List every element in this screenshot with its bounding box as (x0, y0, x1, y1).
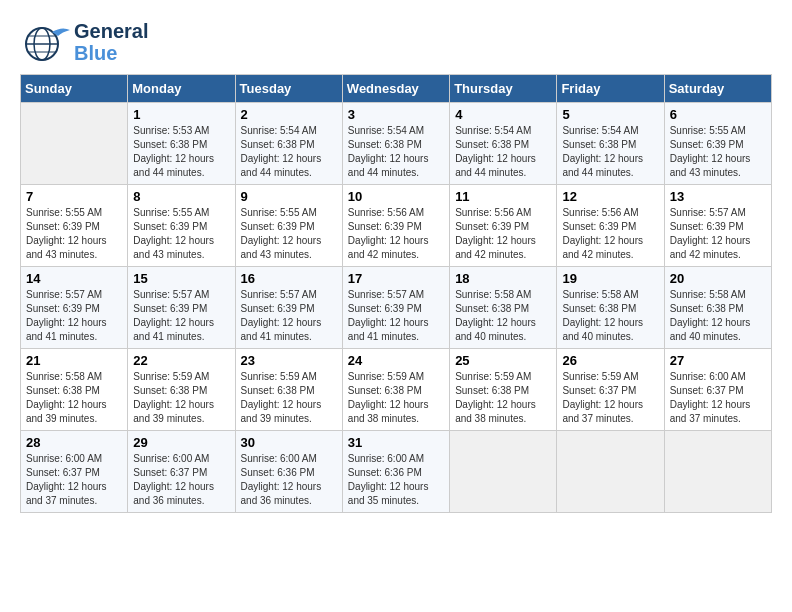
day-info: Sunrise: 5:56 AMSunset: 6:39 PMDaylight:… (562, 206, 658, 262)
calendar-cell: 5Sunrise: 5:54 AMSunset: 6:38 PMDaylight… (557, 103, 664, 185)
day-info: Sunrise: 5:54 AMSunset: 6:38 PMDaylight:… (455, 124, 551, 180)
calendar-cell: 30Sunrise: 6:00 AMSunset: 6:36 PMDayligh… (235, 431, 342, 513)
day-number: 2 (241, 107, 337, 122)
day-info: Sunrise: 5:59 AMSunset: 6:38 PMDaylight:… (133, 370, 229, 426)
day-info: Sunrise: 6:00 AMSunset: 6:36 PMDaylight:… (348, 452, 444, 508)
calendar-cell (664, 431, 771, 513)
calendar-table: SundayMondayTuesdayWednesdayThursdayFrid… (20, 74, 772, 513)
calendar-cell: 26Sunrise: 5:59 AMSunset: 6:37 PMDayligh… (557, 349, 664, 431)
day-info: Sunrise: 5:54 AMSunset: 6:38 PMDaylight:… (562, 124, 658, 180)
day-number: 15 (133, 271, 229, 286)
calendar-cell: 19Sunrise: 5:58 AMSunset: 6:38 PMDayligh… (557, 267, 664, 349)
day-info: Sunrise: 6:00 AMSunset: 6:37 PMDaylight:… (26, 452, 122, 508)
column-header-thursday: Thursday (450, 75, 557, 103)
day-info: Sunrise: 5:54 AMSunset: 6:38 PMDaylight:… (241, 124, 337, 180)
day-number: 17 (348, 271, 444, 286)
calendar-cell: 1Sunrise: 5:53 AMSunset: 6:38 PMDaylight… (128, 103, 235, 185)
calendar-cell: 9Sunrise: 5:55 AMSunset: 6:39 PMDaylight… (235, 185, 342, 267)
day-number: 27 (670, 353, 766, 368)
day-number: 4 (455, 107, 551, 122)
calendar-cell: 13Sunrise: 5:57 AMSunset: 6:39 PMDayligh… (664, 185, 771, 267)
calendar-cell: 8Sunrise: 5:55 AMSunset: 6:39 PMDaylight… (128, 185, 235, 267)
day-number: 8 (133, 189, 229, 204)
calendar-cell: 11Sunrise: 5:56 AMSunset: 6:39 PMDayligh… (450, 185, 557, 267)
day-number: 14 (26, 271, 122, 286)
calendar-cell: 20Sunrise: 5:58 AMSunset: 6:38 PMDayligh… (664, 267, 771, 349)
calendar-cell: 3Sunrise: 5:54 AMSunset: 6:38 PMDaylight… (342, 103, 449, 185)
day-info: Sunrise: 5:59 AMSunset: 6:38 PMDaylight:… (241, 370, 337, 426)
day-info: Sunrise: 5:59 AMSunset: 6:38 PMDaylight:… (455, 370, 551, 426)
day-number: 28 (26, 435, 122, 450)
column-header-sunday: Sunday (21, 75, 128, 103)
column-header-tuesday: Tuesday (235, 75, 342, 103)
calendar-cell: 10Sunrise: 5:56 AMSunset: 6:39 PMDayligh… (342, 185, 449, 267)
day-info: Sunrise: 5:59 AMSunset: 6:37 PMDaylight:… (562, 370, 658, 426)
calendar-cell: 28Sunrise: 6:00 AMSunset: 6:37 PMDayligh… (21, 431, 128, 513)
day-info: Sunrise: 5:55 AMSunset: 6:39 PMDaylight:… (133, 206, 229, 262)
day-number: 20 (670, 271, 766, 286)
day-number: 5 (562, 107, 658, 122)
calendar-cell: 18Sunrise: 5:58 AMSunset: 6:38 PMDayligh… (450, 267, 557, 349)
column-header-friday: Friday (557, 75, 664, 103)
day-info: Sunrise: 5:58 AMSunset: 6:38 PMDaylight:… (670, 288, 766, 344)
day-number: 31 (348, 435, 444, 450)
page-header: General Blue (20, 20, 772, 64)
calendar-cell: 23Sunrise: 5:59 AMSunset: 6:38 PMDayligh… (235, 349, 342, 431)
calendar-cell: 6Sunrise: 5:55 AMSunset: 6:39 PMDaylight… (664, 103, 771, 185)
day-info: Sunrise: 5:56 AMSunset: 6:39 PMDaylight:… (455, 206, 551, 262)
calendar-cell: 12Sunrise: 5:56 AMSunset: 6:39 PMDayligh… (557, 185, 664, 267)
day-number: 12 (562, 189, 658, 204)
day-info: Sunrise: 5:55 AMSunset: 6:39 PMDaylight:… (670, 124, 766, 180)
calendar-cell (450, 431, 557, 513)
day-number: 23 (241, 353, 337, 368)
day-info: Sunrise: 6:00 AMSunset: 6:36 PMDaylight:… (241, 452, 337, 508)
day-info: Sunrise: 5:59 AMSunset: 6:38 PMDaylight:… (348, 370, 444, 426)
calendar-cell: 15Sunrise: 5:57 AMSunset: 6:39 PMDayligh… (128, 267, 235, 349)
calendar-cell: 17Sunrise: 5:57 AMSunset: 6:39 PMDayligh… (342, 267, 449, 349)
calendar-cell: 24Sunrise: 5:59 AMSunset: 6:38 PMDayligh… (342, 349, 449, 431)
calendar-cell: 31Sunrise: 6:00 AMSunset: 6:36 PMDayligh… (342, 431, 449, 513)
calendar-cell: 27Sunrise: 6:00 AMSunset: 6:37 PMDayligh… (664, 349, 771, 431)
calendar-cell: 4Sunrise: 5:54 AMSunset: 6:38 PMDaylight… (450, 103, 557, 185)
day-number: 18 (455, 271, 551, 286)
day-info: Sunrise: 5:57 AMSunset: 6:39 PMDaylight:… (133, 288, 229, 344)
day-number: 25 (455, 353, 551, 368)
day-info: Sunrise: 5:55 AMSunset: 6:39 PMDaylight:… (26, 206, 122, 262)
calendar-cell: 2Sunrise: 5:54 AMSunset: 6:38 PMDaylight… (235, 103, 342, 185)
day-number: 26 (562, 353, 658, 368)
day-number: 13 (670, 189, 766, 204)
day-number: 1 (133, 107, 229, 122)
day-number: 9 (241, 189, 337, 204)
day-number: 10 (348, 189, 444, 204)
day-number: 24 (348, 353, 444, 368)
day-info: Sunrise: 6:00 AMSunset: 6:37 PMDaylight:… (670, 370, 766, 426)
calendar-cell: 21Sunrise: 5:58 AMSunset: 6:38 PMDayligh… (21, 349, 128, 431)
day-info: Sunrise: 5:54 AMSunset: 6:38 PMDaylight:… (348, 124, 444, 180)
calendar-cell: 16Sunrise: 5:57 AMSunset: 6:39 PMDayligh… (235, 267, 342, 349)
calendar-cell: 29Sunrise: 6:00 AMSunset: 6:37 PMDayligh… (128, 431, 235, 513)
calendar-cell (557, 431, 664, 513)
day-info: Sunrise: 5:57 AMSunset: 6:39 PMDaylight:… (241, 288, 337, 344)
logo: General Blue (20, 20, 148, 64)
day-number: 11 (455, 189, 551, 204)
day-info: Sunrise: 5:58 AMSunset: 6:38 PMDaylight:… (455, 288, 551, 344)
day-number: 6 (670, 107, 766, 122)
day-number: 16 (241, 271, 337, 286)
day-info: Sunrise: 5:56 AMSunset: 6:39 PMDaylight:… (348, 206, 444, 262)
day-number: 7 (26, 189, 122, 204)
column-header-monday: Monday (128, 75, 235, 103)
day-info: Sunrise: 5:57 AMSunset: 6:39 PMDaylight:… (348, 288, 444, 344)
calendar-cell (21, 103, 128, 185)
day-info: Sunrise: 5:57 AMSunset: 6:39 PMDaylight:… (26, 288, 122, 344)
day-number: 19 (562, 271, 658, 286)
calendar-cell: 22Sunrise: 5:59 AMSunset: 6:38 PMDayligh… (128, 349, 235, 431)
day-info: Sunrise: 5:58 AMSunset: 6:38 PMDaylight:… (562, 288, 658, 344)
day-number: 29 (133, 435, 229, 450)
day-info: Sunrise: 5:58 AMSunset: 6:38 PMDaylight:… (26, 370, 122, 426)
day-number: 22 (133, 353, 229, 368)
day-number: 3 (348, 107, 444, 122)
day-info: Sunrise: 5:55 AMSunset: 6:39 PMDaylight:… (241, 206, 337, 262)
calendar-cell: 7Sunrise: 5:55 AMSunset: 6:39 PMDaylight… (21, 185, 128, 267)
day-info: Sunrise: 5:57 AMSunset: 6:39 PMDaylight:… (670, 206, 766, 262)
day-number: 21 (26, 353, 122, 368)
